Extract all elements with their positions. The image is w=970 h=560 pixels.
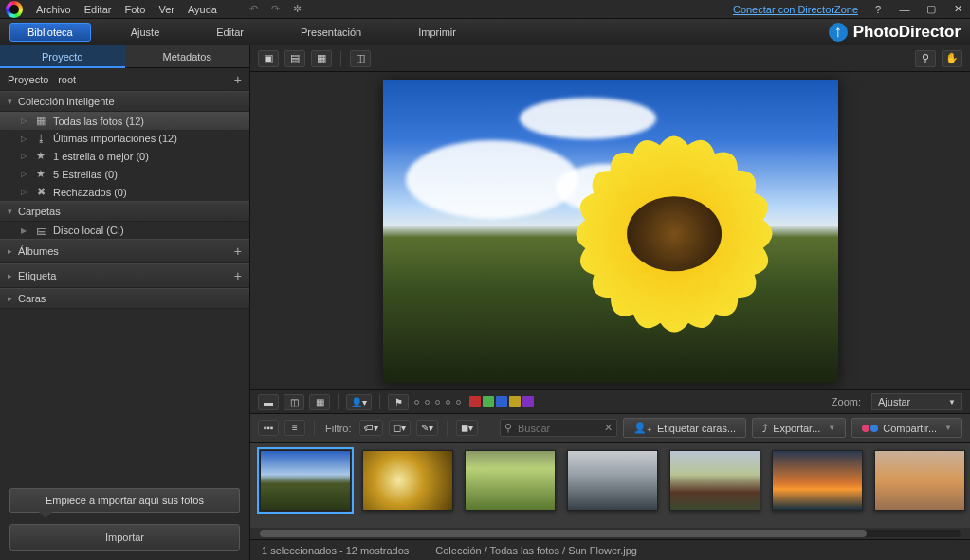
brand: ↑ PhotoDirector [829, 23, 961, 42]
flag-icon[interactable]: ⚑ [388, 394, 409, 410]
horizontal-scrollbar[interactable] [250, 528, 970, 539]
layout-split-icon[interactable]: ◫ [284, 394, 304, 410]
person-icon: 👤₊ [633, 422, 652, 434]
section-etiqueta[interactable]: ▸ Etiqueta + [0, 263, 249, 288]
brand-upload-icon: ↑ [829, 23, 848, 42]
menu-foto[interactable]: Foto [124, 4, 145, 15]
share-button[interactable]: Compartir... ▼ [851, 418, 962, 438]
item-todas-las-fotos[interactable]: ▷ ▦ Todas las fotos (12) [0, 112, 249, 130]
chevron-down-icon: ▾ [8, 207, 12, 216]
project-tree: ▾ Colección inteligente ▷ ▦ Todas las fo… [0, 91, 249, 482]
pan-tool-icon[interactable]: ✋ [942, 50, 962, 67]
thumbnail-sunflower[interactable] [260, 450, 351, 511]
section-coleccion-inteligente[interactable]: ▾ Colección inteligente [0, 91, 249, 112]
settings-icon[interactable]: ✲ [293, 3, 302, 15]
item-1-estrella[interactable]: ▷ ★ 1 estrella o mejor (0) [0, 147, 249, 165]
search-box[interactable]: ⚲ ✕ [500, 419, 617, 437]
view-single-icon[interactable]: ▣ [258, 50, 279, 67]
item-5-estrellas[interactable]: ▷ ★ 5 Estrellas (0) [0, 165, 249, 183]
rating-dot[interactable] [456, 400, 461, 405]
view-compare-icon[interactable]: ◫ [350, 50, 371, 67]
color-swatch[interactable] [522, 396, 534, 407]
tab-metadatos[interactable]: Metadatos [125, 45, 250, 68]
tab-proyecto[interactable]: Proyecto [0, 45, 125, 68]
rating-dot[interactable] [446, 400, 450, 405]
section-caras[interactable]: ▸ Caras [0, 288, 249, 309]
mode-ajuste[interactable]: Ajuste [114, 24, 177, 41]
color-swatch[interactable] [496, 396, 507, 407]
brand-label: PhotoDirector [853, 23, 961, 42]
layout-grid-icon[interactable]: ▦ [309, 394, 330, 410]
close-icon[interactable]: ✕ [951, 3, 964, 15]
color-swatch[interactable] [469, 396, 481, 407]
layout-single-icon[interactable]: ▬ [258, 394, 279, 410]
thumbnail-sunset[interactable] [772, 450, 863, 511]
app-logo-icon [6, 1, 23, 18]
import-button[interactable]: Importar [9, 524, 240, 551]
item-ultimas-importaciones[interactable]: ▷ ⭳ Últimas importaciones (12) [0, 130, 249, 147]
menu-ver[interactable]: Ver [158, 4, 174, 15]
color-swatch[interactable] [509, 396, 521, 407]
add-album-icon[interactable]: + [234, 244, 242, 259]
search-input[interactable] [518, 423, 599, 434]
tag-faces-button[interactable]: 👤₊ Etiquetar caras... [623, 418, 746, 438]
mode-imprimir[interactable]: Imprimir [401, 24, 473, 41]
menu-archivo[interactable]: Archivo [36, 4, 71, 15]
help-icon[interactable]: ? [871, 4, 885, 15]
view-preview-icon[interactable]: ▤ [284, 50, 305, 67]
color-swatch[interactable] [483, 396, 494, 407]
mode-presentacion[interactable]: Presentación [284, 24, 378, 41]
triangle-icon: ▶ [21, 226, 28, 235]
rating-dot[interactable] [435, 400, 440, 405]
face-tool-icon[interactable]: 👤▾ [346, 394, 372, 410]
add-project-icon[interactable]: + [234, 72, 242, 87]
thumbnail-bicycle[interactable] [465, 450, 556, 511]
chevron-right-icon: ▸ [8, 294, 12, 303]
export-button[interactable]: ⤴ Exportar... ▼ [752, 418, 846, 438]
thumbnail-cat[interactable] [874, 450, 965, 511]
add-tag-icon[interactable]: + [234, 268, 242, 283]
thumbnail-pier[interactable] [567, 450, 658, 511]
zoom-tool-icon[interactable]: ⚲ [915, 50, 936, 67]
project-title: Proyecto - root [8, 74, 76, 85]
item-rechazados[interactable]: ▷ ✖ Rechazados (0) [0, 183, 249, 201]
thumbnail-barn[interactable] [669, 450, 760, 511]
rating-dot[interactable] [414, 400, 419, 405]
filter-rating-icon[interactable]: ✎▾ [416, 420, 438, 436]
maximize-icon[interactable]: ▢ [924, 3, 938, 15]
view-grid-icon[interactable]: ▦ [311, 50, 332, 67]
mode-bar: Biblioteca Ajuste Editar Presentación Im… [0, 19, 970, 45]
minimize-icon[interactable]: — [898, 4, 911, 15]
chevron-down-icon: ▼ [948, 398, 956, 406]
preview-image[interactable] [383, 80, 838, 383]
filter-color-icon[interactable]: ◼▾ [456, 420, 478, 436]
section-albumes[interactable]: ▸ Álbumes + [0, 239, 249, 263]
scroll-handle[interactable] [260, 530, 867, 537]
menu-ayuda[interactable]: Ayuda [188, 4, 217, 15]
preview-area [250, 72, 970, 389]
thumb-size-small-icon[interactable]: ▪▪▪ [258, 420, 279, 436]
zoom-select[interactable]: Ajustar ▼ [871, 393, 962, 410]
menu-editar[interactable]: Editar [84, 4, 112, 15]
directorzone-link[interactable]: Conectar con DirectorZone [733, 4, 858, 15]
star-icon: ★ [34, 168, 47, 180]
rating-dot[interactable] [425, 400, 430, 405]
thumb-size-large-icon[interactable]: ≡ [284, 420, 305, 436]
redo-icon[interactable]: ↷ [271, 3, 280, 15]
section-carpetas[interactable]: ▾ Carpetas [0, 201, 249, 222]
filter-flag-icon[interactable]: ◻▾ [389, 420, 411, 436]
filter-bar: ▪▪▪ ≡ Filtro: 🏷▾ ◻▾ ✎▾ ◼▾ ⚲ ✕ 👤₊ Etiquet… [250, 414, 970, 443]
chevron-down-icon: ▼ [944, 424, 952, 432]
zoom-label: Zoom: [832, 396, 861, 407]
photos-icon: ▦ [34, 115, 47, 127]
mode-editar[interactable]: Editar [199, 24, 261, 41]
status-path: Colección / Todas las fotos / Sun Flower… [435, 545, 637, 556]
export-icon: ⤴ [762, 423, 768, 434]
clear-icon[interactable]: ✕ [604, 422, 613, 434]
mode-biblioteca[interactable]: Biblioteca [9, 23, 91, 42]
thumbnail-spiral[interactable] [362, 450, 453, 511]
filter-label-icon[interactable]: 🏷▾ [359, 420, 383, 436]
item-disco-local[interactable]: ▶ 🖴 Disco local (C:) [0, 222, 249, 239]
triangle-icon: ▷ [21, 152, 28, 160]
undo-icon[interactable]: ↶ [249, 3, 258, 15]
